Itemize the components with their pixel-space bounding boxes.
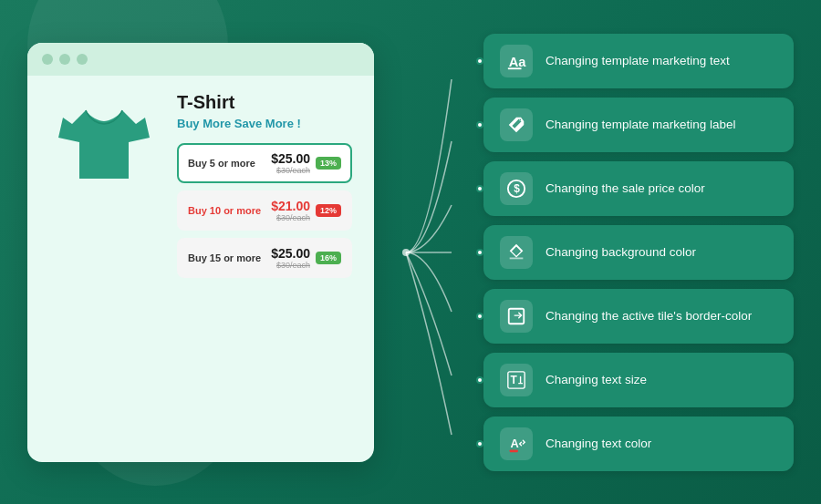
tier-badge-2: 12% <box>316 204 341 217</box>
tier-price-area-1: $25.00 $30/each 13% <box>271 151 341 175</box>
feature-dot-3 <box>476 185 483 192</box>
product-title: T-Shirt <box>177 92 352 113</box>
feature-dot-6 <box>476 376 483 384</box>
feature-label-text-size: Changing text size <box>546 372 647 388</box>
feature-dot-1 <box>476 57 483 65</box>
tier-label-2: Buy 10 or more <box>188 205 261 216</box>
browser-dot-3 <box>77 54 88 65</box>
svg-text:A: A <box>511 436 519 449</box>
svg-text:T: T <box>511 373 518 386</box>
browser-mockup: T-Shirt Buy More Save More ! Buy 5 or mo… <box>27 43 374 462</box>
connector-svg <box>401 43 456 462</box>
feature-item-text-color: A Changing text color <box>483 417 794 471</box>
browser-dot-2 <box>59 54 70 65</box>
tier-row-2: Buy 10 or more $21.00 $30/each 12% <box>177 190 352 231</box>
background-color-icon <box>500 236 533 269</box>
tier-main-price-2: $21.00 <box>271 199 310 213</box>
marketing-label-icon <box>500 108 533 141</box>
feature-item-text-size: T Changing text size <box>483 353 794 407</box>
feature-list: Aa Changing template marketing text Chan… <box>483 34 794 471</box>
feature-label-sale-price-color: Changing the sale price color <box>546 180 705 197</box>
product-info: T-Shirt Buy More Save More ! Buy 5 or mo… <box>177 92 352 278</box>
svg-rect-10 <box>510 449 518 452</box>
tshirt-illustration <box>54 92 154 192</box>
tier-badge-1: 13% <box>316 157 341 170</box>
connector-area <box>401 43 456 462</box>
tier-label-1: Buy 5 or more <box>188 158 255 169</box>
svg-text:Aa: Aa <box>509 54 526 68</box>
tier-price-block-3: $25.00 $30/each <box>271 246 310 270</box>
feature-item-marketing-text: Aa Changing template marketing text <box>483 34 794 88</box>
feature-dot-2 <box>476 121 483 129</box>
feature-item-marketing-label: Changing template marketing label <box>483 98 794 152</box>
tier-main-price-1: $25.00 <box>271 151 310 166</box>
tier-label-3: Buy 15 or more <box>188 252 261 263</box>
svg-text:$: $ <box>514 181 520 194</box>
tier-main-price-3: $25.00 <box>271 246 310 261</box>
tier-orig-price-3: $30/each <box>276 261 310 270</box>
browser-dot-1 <box>42 54 53 65</box>
feature-dot-7 <box>476 440 483 447</box>
feature-item-background-color: Changing background color <box>483 225 794 280</box>
marketing-text-icon: Aa <box>500 45 533 77</box>
main-layout: T-Shirt Buy More Save More ! Buy 5 or mo… <box>0 0 821 504</box>
text-color-icon: A <box>500 427 533 460</box>
tier-orig-price-1: $30/each <box>276 166 310 175</box>
feature-item-border-color: Changing the active tile's border-color <box>483 289 794 344</box>
tier-price-area-3: $25.00 $30/each 16% <box>271 246 341 270</box>
feature-label-marketing-label: Changing template marketing label <box>546 117 736 133</box>
feature-label-text-color: Changing text color <box>546 436 651 452</box>
svg-rect-5 <box>509 308 525 324</box>
feature-label-border-color: Changing the active tile's border-color <box>546 308 752 324</box>
text-size-icon: T <box>500 364 533 396</box>
feature-dot-5 <box>476 313 483 320</box>
tier-price-area-2: $21.00 $30/each 12% <box>271 199 341 222</box>
browser-bar <box>27 43 374 76</box>
tier-row-1: Buy 5 or more $25.00 $30/each 13% <box>177 143 352 183</box>
browser-content: T-Shirt Buy More Save More ! Buy 5 or mo… <box>27 76 374 294</box>
feature-item-sale-price-color: $ Changing the sale price color <box>483 161 794 216</box>
feature-label-marketing-text: Changing template marketing text <box>546 53 730 69</box>
tier-price-block-1: $25.00 $30/each <box>271 151 310 175</box>
tshirt-container <box>49 92 159 192</box>
tier-badge-3: 16% <box>316 252 341 264</box>
product-subtitle: Buy More Save More ! <box>177 117 352 130</box>
tier-price-block-2: $21.00 $30/each <box>271 199 310 222</box>
tier-orig-price-2: $30/each <box>276 213 310 222</box>
border-color-icon <box>500 300 533 333</box>
tier-row-3: Buy 15 or more $25.00 $30/each 16% <box>177 238 352 278</box>
sale-price-color-icon: $ <box>500 172 533 205</box>
price-tiers: Buy 5 or more $25.00 $30/each 13% Buy 10… <box>177 143 352 278</box>
feature-label-background-color: Changing background color <box>546 244 696 261</box>
feature-dot-4 <box>476 249 483 256</box>
